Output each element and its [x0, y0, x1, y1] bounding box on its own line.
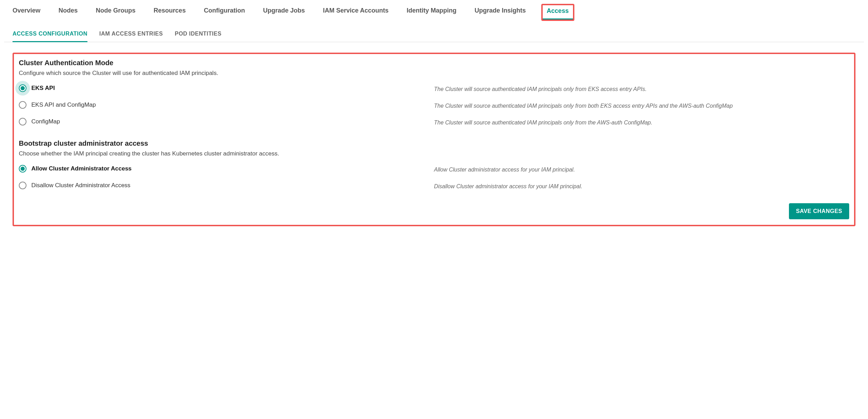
- tab-identity-mapping[interactable]: Identity Mapping: [404, 3, 459, 21]
- tab-configuration[interactable]: Configuration: [201, 3, 248, 21]
- tab-resources[interactable]: Resources: [151, 3, 188, 21]
- radio-label: ConfigMap: [31, 118, 60, 125]
- tab-overview[interactable]: Overview: [10, 3, 43, 21]
- radio-label: EKS API: [31, 85, 55, 92]
- radio-icon[interactable]: [19, 165, 26, 173]
- subtab-access-configuration[interactable]: ACCESS CONFIGURATION: [13, 31, 87, 42]
- tab-upgrade-insights[interactable]: Upgrade Insights: [472, 3, 529, 21]
- auth-mode-option-eks-api-configmap[interactable]: EKS API and ConfigMap The Cluster will s…: [19, 101, 849, 110]
- bootstrap-radio-group: Allow Cluster Administrator Access Allow…: [19, 165, 849, 191]
- page-root: Overview Nodes Node Groups Resources Con…: [0, 0, 868, 226]
- subtab-pod-identities[interactable]: POD IDENTITIES: [175, 31, 222, 42]
- radio-hint: The Cluster will source authenticated IA…: [434, 118, 849, 127]
- radio-hint: The Cluster will source authenticated IA…: [434, 101, 849, 110]
- radio-label: EKS API and ConfigMap: [31, 101, 96, 108]
- sub-tab-bar: ACCESS CONFIGURATION IAM ACCESS ENTRIES …: [4, 21, 864, 42]
- tab-nodes[interactable]: Nodes: [56, 3, 80, 21]
- top-tab-bar: Overview Nodes Node Groups Resources Con…: [3, 0, 865, 21]
- radio-label: Allow Cluster Administrator Access: [31, 165, 132, 172]
- radio-icon[interactable]: [19, 84, 26, 92]
- radio-label: Disallow Cluster Administrator Access: [31, 182, 130, 189]
- radio-hint: Disallow Cluster administrator access fo…: [434, 182, 849, 191]
- auth-mode-option-configmap[interactable]: ConfigMap The Cluster will source authen…: [19, 118, 849, 127]
- bootstrap-description: Choose whether the IAM principal creatin…: [19, 150, 849, 157]
- tab-upgrade-jobs[interactable]: Upgrade Jobs: [260, 3, 308, 21]
- radio-icon[interactable]: [19, 101, 26, 109]
- tab-iam-service-accounts[interactable]: IAM Service Accounts: [320, 3, 391, 21]
- tab-node-groups[interactable]: Node Groups: [93, 3, 138, 21]
- save-row: SAVE CHANGES: [19, 203, 849, 219]
- auth-mode-title: Cluster Authentication Mode: [19, 59, 849, 67]
- auth-mode-radio-group: EKS API The Cluster will source authenti…: [19, 84, 849, 127]
- bootstrap-option-disallow[interactable]: Disallow Cluster Administrator Access Di…: [19, 182, 849, 191]
- radio-hint: The Cluster will source authenticated IA…: [434, 84, 849, 93]
- bootstrap-option-allow[interactable]: Allow Cluster Administrator Access Allow…: [19, 165, 849, 174]
- tab-access[interactable]: Access: [541, 4, 574, 21]
- subtab-iam-access-entries[interactable]: IAM ACCESS ENTRIES: [99, 31, 163, 42]
- save-changes-button[interactable]: SAVE CHANGES: [789, 203, 849, 219]
- radio-hint: Allow Cluster administrator access for y…: [434, 165, 849, 174]
- radio-icon[interactable]: [19, 118, 26, 125]
- access-config-panel: Cluster Authentication Mode Configure wh…: [13, 53, 855, 226]
- auth-mode-option-eks-api[interactable]: EKS API The Cluster will source authenti…: [19, 84, 849, 93]
- radio-icon[interactable]: [19, 182, 26, 189]
- bootstrap-title: Bootstrap cluster administrator access: [19, 139, 849, 147]
- auth-mode-description: Configure which source the Cluster will …: [19, 70, 849, 77]
